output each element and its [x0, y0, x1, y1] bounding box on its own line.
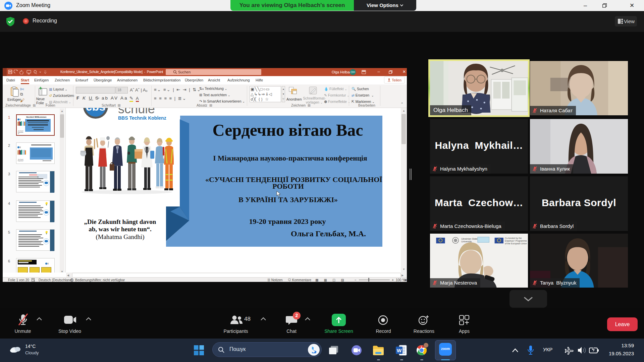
svg-text:„Die Zukunft hängt davon: „Die Zukunft hängt davon	[84, 218, 156, 225]
svg-text:of the European Union: of the European Union	[505, 242, 527, 245]
svg-text:Ukrainian State: Ukrainian State	[461, 238, 478, 240]
svg-text:Co-funded by the: Co-funded by the	[505, 237, 522, 240]
svg-text:Сердечно вітаю Вас: Сердечно вітаю Вас	[212, 121, 363, 139]
svg-text:cbs: cbs	[86, 108, 106, 113]
svg-text:ab, was wir heute tun“.: ab, was wir heute tun“.	[89, 226, 152, 233]
svg-text:РОБОТИ: РОБОТИ	[272, 182, 304, 190]
svg-text:schule: schule	[118, 108, 155, 116]
svg-text:(Mahatma Gandhi): (Mahatma Gandhi)	[96, 233, 144, 241]
svg-text:Erasmus+ Programme: Erasmus+ Programme	[505, 240, 527, 242]
svg-text:W: W	[397, 348, 402, 353]
svg-text:І Міжнародна науково-практична: І Міжнародна науково-практична конференц…	[213, 154, 367, 162]
svg-text:BBS Technik Koblenz: BBS Technik Koblenz	[118, 115, 166, 121]
svg-text:В УКРАЇНІ ТА ЗАРУБІЖЖІ»: В УКРАЇНІ ТА ЗАРУБІЖЖІ»	[238, 195, 338, 204]
svg-text:19-20 травня 2023 року: 19-20 травня 2023 року	[249, 217, 326, 226]
svg-text:Ольга Гельбах, М.А.: Ольга Гельбах, М.А.	[291, 229, 366, 238]
